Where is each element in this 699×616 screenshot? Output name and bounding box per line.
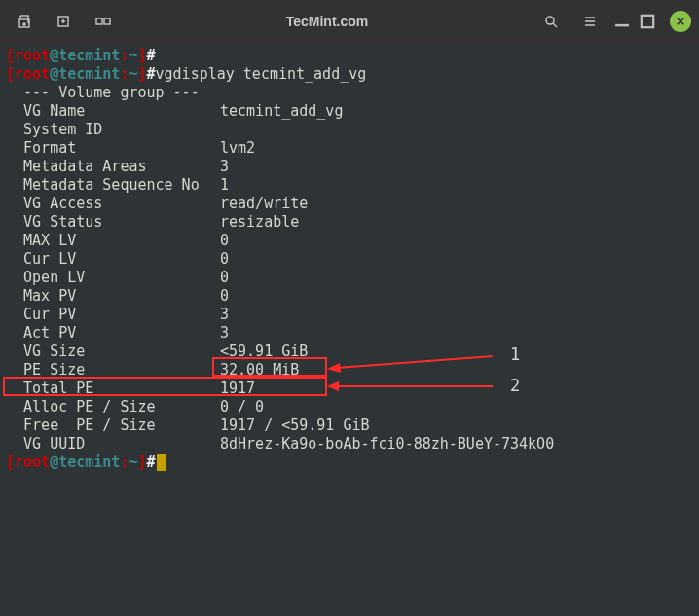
output-line: VG Nametecmint_add_vg (6, 102, 693, 121)
output-line: Open LV0 (6, 269, 693, 287)
new-window-button[interactable] (47, 7, 82, 36)
output-line: Act PV3 (6, 324, 693, 343)
output-line: Max PV0 (6, 287, 693, 306)
output-line: Metadata Areas3 (6, 158, 693, 176)
output-line: VG Accessread/write (6, 195, 693, 213)
output-line: VG UUID8dHrez-Ka9o-boAb-fci0-88zh-BUeY-7… (6, 435, 693, 453)
output-line: VG Statusresizable (6, 213, 693, 232)
annotation-label-1: 1 (510, 345, 520, 364)
prompt-line: [root@tecmint:~]# (6, 47, 693, 65)
output-line: --- Volume group --- (6, 84, 693, 102)
output-line: Free PE / Size1917 / <59.91 GiB (6, 417, 693, 435)
svg-line-4 (553, 23, 557, 27)
minimize-button[interactable] (611, 11, 633, 32)
entered-command: vgdisplay tecmint_add_vg (156, 65, 367, 83)
terminal-cursor (157, 454, 166, 471)
output-line: Formatlvm2 (6, 139, 693, 158)
output-line: System ID (6, 121, 693, 139)
output-line: Cur LV0 (6, 250, 693, 269)
output-line: VG Size<59.91 GiB (6, 343, 693, 361)
output-line: PE Size32.00 MiB (6, 361, 693, 380)
maximize-button[interactable] (637, 11, 658, 32)
terminal-viewport[interactable]: [root@tecmint:~]# [root@tecmint:~]#vgdis… (0, 43, 699, 476)
prompt-line: [root@tecmint:~]# (6, 453, 693, 472)
close-button[interactable] (670, 11, 691, 32)
menu-button[interactable] (572, 7, 607, 36)
prompt-line: [root@tecmint:~]#vgdisplay tecmint_add_v… (6, 65, 693, 84)
new-tab-button[interactable] (8, 7, 43, 36)
output-line: Alloc PE / Size0 / 0 (6, 398, 693, 417)
output-line: Metadata Sequence No1 (6, 176, 693, 195)
output-line: Cur PV3 (6, 306, 693, 324)
annotation-label-2: 2 (510, 377, 520, 395)
output-line: Total PE1917 (6, 380, 693, 398)
window-title: TecMint.com (121, 14, 533, 29)
svg-point-3 (546, 17, 554, 24)
svg-rect-1 (96, 18, 102, 24)
search-button[interactable] (533, 7, 569, 36)
svg-rect-9 (642, 16, 653, 27)
titlebar: TecMint.com (0, 0, 699, 43)
tabs-button[interactable] (86, 7, 121, 36)
svg-rect-2 (104, 18, 110, 24)
output-line: MAX LV0 (6, 232, 693, 250)
